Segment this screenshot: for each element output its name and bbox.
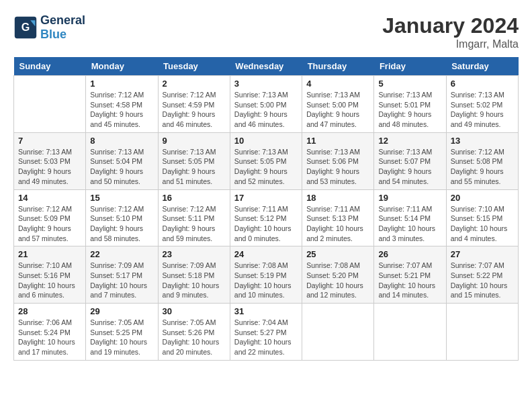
day-number: 20 [451,193,514,203]
day-number: 24 [234,249,298,259]
day-number: 28 [18,306,81,316]
calendar-cell: 8Sunrise: 7:13 AMSunset: 5:04 PMDaylight… [86,132,158,189]
day-number: 26 [378,249,441,259]
title-block: January 2024 Imgarr, Malta [382,13,519,50]
day-number: 8 [90,136,153,146]
day-number: 15 [90,193,153,203]
calendar-cell: 9Sunrise: 7:13 AMSunset: 5:05 PMDaylight… [158,132,230,189]
logo-text: General Blue [40,13,85,42]
day-info: Sunrise: 7:07 AMSunset: 5:22 PMDaylight:… [451,261,514,300]
day-number: 17 [234,193,298,203]
day-info: Sunrise: 7:12 AMSunset: 4:58 PMDaylight:… [90,90,153,130]
calendar-body: 1Sunrise: 7:12 AMSunset: 4:58 PMDaylight… [14,76,519,361]
calendar-cell: 2Sunrise: 7:12 AMSunset: 4:59 PMDaylight… [158,76,230,133]
day-info: Sunrise: 7:12 AMSunset: 4:59 PMDaylight:… [163,90,226,130]
calendar-cell: 18Sunrise: 7:11 AMSunset: 5:13 PMDayligh… [302,189,374,246]
calendar-cell: 21Sunrise: 7:10 AMSunset: 5:16 PMDayligh… [14,246,86,304]
calendar-cell: 17Sunrise: 7:11 AMSunset: 5:12 PMDayligh… [230,189,302,246]
calendar-cell: 7Sunrise: 7:13 AMSunset: 5:03 PMDaylight… [14,132,86,189]
calendar-cell: 29Sunrise: 7:05 AMSunset: 5:25 PMDayligh… [86,304,158,361]
day-info: Sunrise: 7:13 AMSunset: 5:00 PMDaylight:… [234,90,298,130]
weekday-saturday: Saturday [446,57,518,76]
logo: G General Blue [13,13,85,42]
day-number: 30 [163,306,226,316]
calendar-week-2: 7Sunrise: 7:13 AMSunset: 5:03 PMDaylight… [14,132,519,189]
calendar-cell: 12Sunrise: 7:13 AMSunset: 5:07 PMDayligh… [374,132,446,189]
calendar-cell [302,304,374,361]
day-info: Sunrise: 7:04 AMSunset: 5:27 PMDaylight:… [234,318,298,357]
day-number: 4 [306,79,369,89]
day-info: Sunrise: 7:13 AMSunset: 5:00 PMDaylight:… [306,90,369,130]
calendar-cell: 1Sunrise: 7:12 AMSunset: 4:58 PMDaylight… [86,76,158,133]
day-number: 9 [163,136,226,146]
calendar-cell: 6Sunrise: 7:13 AMSunset: 5:02 PMDaylight… [446,76,518,133]
calendar-cell [446,304,518,361]
day-number: 31 [234,306,298,316]
calendar-cell: 5Sunrise: 7:13 AMSunset: 5:01 PMDaylight… [374,76,446,133]
day-info: Sunrise: 7:07 AMSunset: 5:21 PMDaylight:… [378,261,441,300]
day-number: 11 [306,136,369,146]
calendar-cell: 20Sunrise: 7:10 AMSunset: 5:15 PMDayligh… [446,189,518,246]
day-info: Sunrise: 7:13 AMSunset: 5:01 PMDaylight:… [378,90,441,130]
calendar-cell: 22Sunrise: 7:09 AMSunset: 5:17 PMDayligh… [86,246,158,304]
day-info: Sunrise: 7:10 AMSunset: 5:15 PMDaylight:… [451,204,514,244]
day-info: Sunrise: 7:05 AMSunset: 5:25 PMDaylight:… [90,318,153,357]
location: Imgarr, Malta [382,38,519,50]
weekday-thursday: Thursday [302,57,374,76]
calendar-cell: 25Sunrise: 7:08 AMSunset: 5:20 PMDayligh… [302,246,374,304]
day-info: Sunrise: 7:08 AMSunset: 5:20 PMDaylight:… [306,261,369,300]
calendar-week-3: 14Sunrise: 7:12 AMSunset: 5:09 PMDayligh… [14,189,519,246]
day-number: 29 [90,306,153,316]
day-number: 22 [90,249,153,259]
calendar-week-1: 1Sunrise: 7:12 AMSunset: 4:58 PMDaylight… [14,76,519,133]
calendar-cell: 15Sunrise: 7:12 AMSunset: 5:10 PMDayligh… [86,189,158,246]
day-number: 12 [378,136,441,146]
calendar-cell: 23Sunrise: 7:09 AMSunset: 5:18 PMDayligh… [158,246,230,304]
day-number: 27 [451,249,514,259]
month-title: January 2024 [382,13,519,38]
page-header: G General Blue January 2024 Imgarr, Malt… [13,13,519,50]
calendar-cell [14,76,86,133]
calendar-week-5: 28Sunrise: 7:06 AMSunset: 5:24 PMDayligh… [14,304,519,361]
day-info: Sunrise: 7:13 AMSunset: 5:05 PMDaylight:… [234,147,298,187]
day-number: 1 [90,79,153,89]
day-number: 16 [163,193,226,203]
weekday-tuesday: Tuesday [158,57,230,76]
day-info: Sunrise: 7:11 AMSunset: 5:14 PMDaylight:… [378,204,441,244]
calendar-cell: 14Sunrise: 7:12 AMSunset: 5:09 PMDayligh… [14,189,86,246]
calendar-cell: 28Sunrise: 7:06 AMSunset: 5:24 PMDayligh… [14,304,86,361]
day-info: Sunrise: 7:06 AMSunset: 5:24 PMDaylight:… [18,318,81,357]
day-number: 14 [18,193,81,203]
day-info: Sunrise: 7:12 AMSunset: 5:11 PMDaylight:… [163,204,226,244]
day-number: 7 [18,136,81,146]
day-info: Sunrise: 7:09 AMSunset: 5:17 PMDaylight:… [90,261,153,300]
calendar-cell [374,304,446,361]
calendar-table: SundayMondayTuesdayWednesdayThursdayFrid… [13,57,519,361]
day-number: 18 [306,193,369,203]
weekday-header-row: SundayMondayTuesdayWednesdayThursdayFrid… [14,57,519,76]
day-info: Sunrise: 7:13 AMSunset: 5:04 PMDaylight:… [90,147,153,187]
calendar-cell: 30Sunrise: 7:05 AMSunset: 5:26 PMDayligh… [158,304,230,361]
day-info: Sunrise: 7:10 AMSunset: 5:16 PMDaylight:… [18,261,81,300]
day-number: 13 [451,136,514,146]
day-info: Sunrise: 7:09 AMSunset: 5:18 PMDaylight:… [163,261,226,300]
day-info: Sunrise: 7:08 AMSunset: 5:19 PMDaylight:… [234,261,298,300]
calendar-cell: 16Sunrise: 7:12 AMSunset: 5:11 PMDayligh… [158,189,230,246]
day-info: Sunrise: 7:13 AMSunset: 5:06 PMDaylight:… [306,147,369,187]
day-info: Sunrise: 7:13 AMSunset: 5:03 PMDaylight:… [18,147,81,187]
day-info: Sunrise: 7:12 AMSunset: 5:08 PMDaylight:… [451,147,514,187]
calendar-cell: 11Sunrise: 7:13 AMSunset: 5:06 PMDayligh… [302,132,374,189]
day-number: 6 [451,79,514,89]
calendar-cell: 19Sunrise: 7:11 AMSunset: 5:14 PMDayligh… [374,189,446,246]
day-number: 5 [378,79,441,89]
weekday-wednesday: Wednesday [230,57,302,76]
day-info: Sunrise: 7:11 AMSunset: 5:12 PMDaylight:… [234,204,298,244]
calendar-cell: 13Sunrise: 7:12 AMSunset: 5:08 PMDayligh… [446,132,518,189]
day-number: 10 [234,136,298,146]
day-info: Sunrise: 7:13 AMSunset: 5:05 PMDaylight:… [163,147,226,187]
calendar-cell: 31Sunrise: 7:04 AMSunset: 5:27 PMDayligh… [230,304,302,361]
day-info: Sunrise: 7:13 AMSunset: 5:02 PMDaylight:… [451,90,514,130]
calendar-cell: 4Sunrise: 7:13 AMSunset: 5:00 PMDaylight… [302,76,374,133]
svg-text:G: G [21,21,30,33]
day-info: Sunrise: 7:12 AMSunset: 5:09 PMDaylight:… [18,204,81,244]
